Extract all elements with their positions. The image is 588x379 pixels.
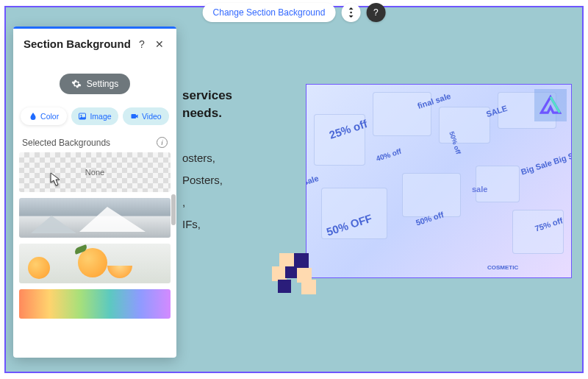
svg-point-0 [350,12,352,14]
triangle-logo-icon [534,89,567,121]
body-line: osters, [182,147,223,169]
image-icon [78,112,87,121]
help-icon[interactable]: ? [135,38,148,50]
selected-backgrounds-row: Selected Backgrounds i [13,132,176,152]
body-line: Posters, [182,169,223,191]
tab-label: Video [142,112,162,121]
stretch-handle-icon[interactable] [341,3,360,22]
background-option-oranges[interactable] [19,244,171,283]
section-body-text: osters, Posters, , IFs, [182,147,223,235]
body-line: IFs, [182,213,223,235]
panel-header: Section Background ? ✕ [13,29,176,57]
img-tag: Big Sale Big Sal [520,149,572,176]
selected-backgrounds-label: Selected Backgrounds [22,138,110,148]
background-option-none[interactable]: None [19,152,171,192]
change-section-background-button[interactable]: Change Section Background [203,3,336,22]
tab-label: Color [40,112,59,121]
gear-icon [71,79,82,89]
background-type-tabs: Color Image Video [13,107,176,132]
panel-title: Section Background [24,38,131,50]
none-label: None [85,168,104,177]
section-background-panel: Section Background ? ✕ Settings Color Im… [13,26,176,358]
tab-color[interactable]: Color [21,107,67,125]
close-icon[interactable]: ✕ [153,38,166,50]
scrollbar-thumb[interactable] [171,194,176,225]
img-tag: sale [472,185,487,194]
button-label: Change Section Background [213,7,326,18]
background-option-gradient[interactable] [19,289,171,319]
tab-image[interactable]: Image [71,107,118,125]
background-list: None [13,152,176,358]
section-image[interactable]: final sale 25% off SALE Sale 50% OFF 40%… [306,84,572,278]
img-tag: 40% off [375,147,402,163]
decorative-pixel-icon [272,253,323,294]
heading-line: services [182,87,232,105]
img-tag: Sale [306,174,320,187]
video-icon [130,112,139,121]
tab-video[interactable]: Video [123,107,169,125]
settings-label: Settings [87,79,118,89]
background-option-mountain[interactable] [19,198,171,238]
drop-icon [29,112,37,121]
info-icon[interactable]: i [157,137,168,148]
help-icon[interactable]: ? [366,3,385,22]
tab-label: Image [90,112,111,121]
settings-button[interactable]: Settings [60,74,130,94]
body-line: , [182,191,223,213]
svg-rect-3 [131,114,136,118]
section-toolbar: Change Section Background ? [203,3,386,22]
section-heading: services needs. [182,87,232,122]
svg-point-2 [81,115,82,116]
img-tag: COSMETIC [487,264,518,271]
heading-line: needs. [182,105,232,122]
